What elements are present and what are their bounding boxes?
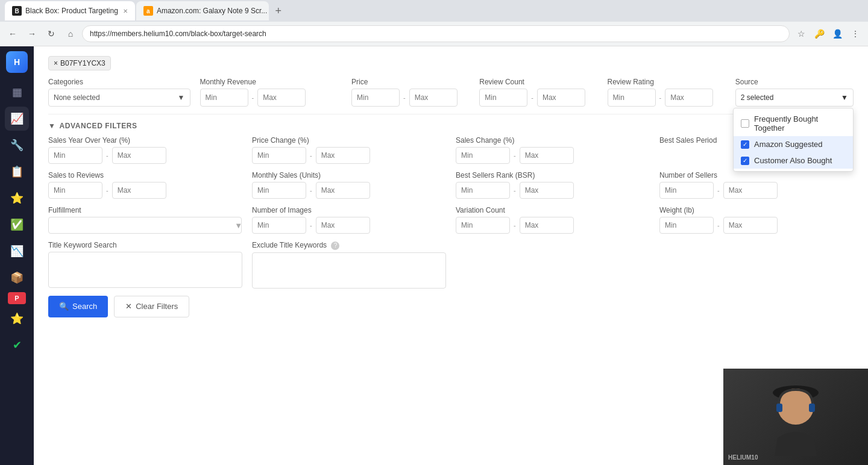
- source-select-button[interactable]: 2 selected ▼: [735, 89, 854, 107]
- sales-yoy-max[interactable]: [112, 147, 166, 164]
- sidebar-item-tool5[interactable]: 📉: [5, 239, 29, 263]
- adv-filter-weight: Weight (lb) -: [659, 206, 854, 234]
- sidebar-item-tool2[interactable]: 📋: [5, 160, 29, 184]
- monthly-revenue-max[interactable]: [257, 89, 306, 107]
- monthly-sales-units-min[interactable]: [252, 182, 306, 199]
- tab-blackbox[interactable]: B Black Box: Product Targeting ✕: [5, 1, 135, 20]
- num-images-min[interactable]: [252, 217, 306, 234]
- review-count-max[interactable]: [537, 89, 585, 107]
- sales-yoy-min[interactable]: [48, 147, 102, 164]
- source-option-frequently-bought[interactable]: Frequently Bought Together: [734, 111, 853, 136]
- sales-to-reviews-min[interactable]: [48, 182, 102, 199]
- sales-change-max[interactable]: [520, 147, 574, 164]
- review-rating-inputs: -: [608, 89, 726, 107]
- monthly-revenue-min[interactable]: [200, 89, 248, 107]
- source-label-frequently-bought: Frequently Bought Together: [754, 114, 846, 133]
- weight-max[interactable]: [723, 217, 778, 234]
- sales-change-label: Sales Change (%): [456, 136, 650, 145]
- search-button[interactable]: 🔍 Search: [48, 296, 108, 317]
- fulfillment-select[interactable]: [48, 217, 242, 234]
- source-option-customer-also-bought[interactable]: ✓ Customer Also Bought: [734, 152, 853, 169]
- review-count-separator: -: [531, 94, 533, 101]
- bsr-max[interactable]: [520, 182, 574, 199]
- price-separator: -: [403, 94, 406, 101]
- sales-to-reviews-max[interactable]: [112, 182, 166, 199]
- monthly-sales-units-label: Monthly Sales (Units): [252, 171, 446, 179]
- advanced-filters-title: ADVANCED FILTERS: [59, 122, 137, 130]
- review-rating-min[interactable]: [608, 89, 656, 107]
- filter-categories: Categories None selected ▼: [48, 78, 190, 107]
- price-change-min[interactable]: [252, 147, 306, 164]
- sales-yoy-inputs: -: [48, 147, 242, 164]
- filter-tag-asin[interactable]: × B07FY1YCX3: [48, 56, 111, 70]
- back-button[interactable]: ←: [5, 26, 20, 42]
- review-count-min[interactable]: [479, 89, 527, 107]
- exclude-title-label-text: Exclude Title Keywords: [252, 241, 327, 249]
- weight-min[interactable]: [659, 217, 714, 234]
- sidebar-item-pro[interactable]: P: [8, 292, 26, 304]
- price-change-inputs: -: [252, 147, 446, 164]
- search-magnifier-icon: 🔍: [59, 302, 69, 311]
- categories-select[interactable]: None selected ▼: [48, 89, 190, 107]
- review-rating-max[interactable]: [665, 89, 713, 107]
- sidebar-logo[interactable]: H: [6, 51, 28, 73]
- sidebar-item-star2[interactable]: ⭐: [5, 307, 29, 331]
- star2-icon: ⭐: [10, 312, 24, 325]
- bookmark-icon[interactable]: ☆: [793, 26, 809, 42]
- address-bar[interactable]: https://members.helium10.com/black-box/t…: [82, 25, 790, 42]
- account-icon[interactable]: 👤: [829, 26, 845, 42]
- filter-tag-remove-icon[interactable]: ×: [54, 59, 58, 67]
- bsr-min[interactable]: [456, 182, 510, 199]
- adv-filter-variation-count: Variation Count -: [456, 206, 650, 234]
- monthly-sales-units-max[interactable]: [316, 182, 370, 199]
- review-rating-separator: -: [659, 94, 662, 101]
- tab-amazon[interactable]: a Amazon.com: Galaxy Note 9 Scr... ✕: [136, 1, 269, 20]
- num-sellers-label: Number of Sellers: [659, 171, 854, 179]
- source-checkbox-customer-also-bought[interactable]: ✓: [741, 157, 749, 165]
- reload-button[interactable]: ↻: [43, 26, 59, 42]
- title-keyword-input[interactable]: [48, 252, 242, 288]
- search-button-label: Search: [72, 302, 97, 311]
- num-sellers-min[interactable]: [659, 182, 714, 199]
- source-checkbox-frequently-bought[interactable]: [741, 119, 749, 128]
- monthly-revenue-separator: -: [252, 94, 254, 101]
- fulfillment-label: Fulfillment: [48, 206, 242, 214]
- bsr-sep: -: [514, 187, 516, 194]
- sales-change-min[interactable]: [456, 147, 510, 164]
- sidebar-item-tool3[interactable]: ⭐: [5, 186, 29, 210]
- browser-toolbar: ← → ↻ ⌂ https://members.helium10.com/bla…: [0, 22, 868, 46]
- price-max[interactable]: [409, 89, 458, 107]
- price-min[interactable]: [351, 89, 400, 107]
- tab-blackbox-close[interactable]: ✕: [123, 8, 128, 14]
- sidebar-item-tool6[interactable]: 📦: [5, 266, 29, 290]
- sidebar-item-check2[interactable]: ✔: [5, 333, 29, 357]
- variation-count-min[interactable]: [456, 217, 510, 234]
- weight-inputs: -: [659, 217, 854, 234]
- sidebar-item-tool1[interactable]: 🔧: [5, 133, 29, 157]
- price-change-sep: -: [310, 152, 312, 159]
- adv-filter-num-images: Number of Images -: [252, 206, 446, 234]
- sidebar-item-tool4[interactable]: ✅: [5, 213, 29, 237]
- title-keyword-label: Title Keyword Search: [48, 241, 242, 249]
- clear-filters-button[interactable]: ✕ Clear Filters: [114, 296, 189, 317]
- num-images-max[interactable]: [316, 217, 370, 234]
- main-filters-row: Categories None selected ▼ Monthly Reven…: [48, 78, 854, 114]
- forward-button[interactable]: →: [24, 26, 40, 42]
- exclude-title-input[interactable]: [252, 252, 446, 289]
- price-change-label: Price Change (%): [252, 136, 446, 145]
- extension-icon[interactable]: 🔑: [811, 26, 827, 42]
- menu-icon[interactable]: ⋮: [848, 26, 863, 42]
- source-option-amazon-suggested[interactable]: ✓ Amazon Suggested: [734, 136, 853, 152]
- sidebar-item-dashboard[interactable]: ▦: [5, 80, 29, 104]
- exclude-title-info-icon[interactable]: ?: [331, 242, 339, 250]
- home-button[interactable]: ⌂: [63, 26, 78, 42]
- price-change-max[interactable]: [316, 147, 370, 164]
- variation-count-max[interactable]: [520, 217, 574, 234]
- new-tab-button[interactable]: +: [270, 2, 287, 19]
- variation-count-inputs: -: [456, 217, 650, 234]
- num-sellers-max[interactable]: [723, 182, 778, 199]
- sidebar: H ▦ 📈 🔧 📋 ⭐ ✅ 📉 📦 P ⭐ ✔: [0, 46, 34, 465]
- source-checkbox-amazon-suggested[interactable]: ✓: [741, 140, 749, 149]
- sidebar-item-analytics[interactable]: 📈: [5, 107, 29, 131]
- advanced-filters-row2: Sales to Reviews - Monthly Sales (Units)…: [48, 171, 854, 199]
